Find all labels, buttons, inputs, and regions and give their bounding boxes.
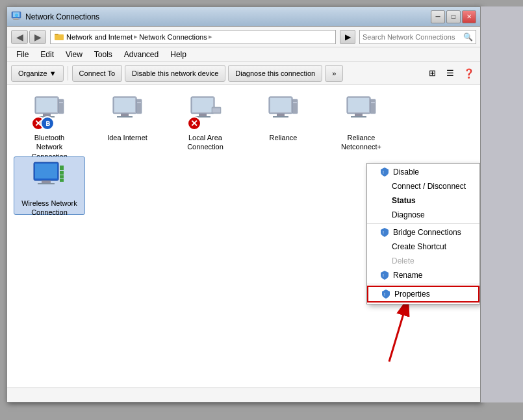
menu-file[interactable]: File	[11, 49, 34, 60]
ctx-status[interactable]: Status	[367, 193, 479, 208]
view-icon-btn[interactable]: ⊞	[424, 66, 440, 81]
computer-svg-reliance	[265, 94, 301, 130]
search-box[interactable]: 🔍	[359, 30, 476, 44]
more-button[interactable]: »	[325, 65, 343, 82]
ctx-shortcut[interactable]: Create Shortcut	[367, 240, 479, 254]
svg-rect-41	[60, 179, 64, 182]
svg-text:🌐: 🌐	[15, 14, 18, 17]
context-menu: ! Disable Connect / Disconnect Status Di…	[366, 163, 480, 304]
back-button[interactable]: ◀	[11, 30, 28, 44]
maximize-button[interactable]: □	[446, 10, 461, 23]
sidebar-right	[481, 6, 523, 402]
svg-rect-12	[59, 102, 63, 103]
computer-svg-idea	[109, 94, 146, 130]
menu-bar: File Edit View Tools Advanced Help	[7, 47, 480, 62]
menu-advanced[interactable]: Advanced	[119, 49, 164, 60]
ctx-status-spacer	[380, 196, 388, 205]
address-field[interactable]: Network and Internet ▸ Network Connectio…	[50, 30, 336, 44]
ctx-delete-spacer	[380, 256, 388, 266]
ctx-status-label: Status	[392, 196, 416, 205]
search-input[interactable]	[363, 33, 461, 41]
window-nav-icon: 🌐	[11, 10, 21, 23]
svg-rect-34	[351, 116, 366, 117]
bluetooth-icon-img: ✕ ʙ	[31, 94, 68, 130]
ctx-bridge[interactable]: ! Bridge Connections	[367, 225, 479, 240]
svg-rect-27	[277, 114, 285, 116]
window-title: Network Connections	[25, 12, 99, 21]
svg-rect-40	[38, 183, 55, 184]
ctx-diagnose[interactable]: Diagnose	[367, 208, 479, 222]
svg-rect-18	[137, 102, 141, 103]
view-list-btn[interactable]: ☰	[442, 66, 458, 81]
svg-rect-32	[348, 98, 369, 112]
svg-rect-42	[60, 175, 64, 179]
svg-rect-38	[35, 164, 57, 179]
svg-rect-26	[270, 98, 291, 112]
ctx-diagnose-label: Diagnose	[392, 210, 425, 219]
svg-rect-11	[58, 99, 64, 114]
local-icon-label: Local AreaConnection	[187, 133, 223, 152]
ctx-delete: Delete	[367, 254, 479, 268]
svg-rect-33	[355, 114, 363, 116]
ctx-properties-label: Properties	[394, 290, 430, 299]
menu-edit[interactable]: Edit	[35, 49, 59, 60]
shield-icon-disable: !	[380, 167, 389, 177]
network-icon-bluetooth[interactable]: ✕ ʙ BluetoothNetworkConnection	[14, 92, 85, 150]
svg-rect-16	[117, 116, 133, 117]
svg-rect-28	[273, 116, 288, 117]
local-x-badge: ✕	[187, 116, 201, 130]
idea-icon-img	[109, 94, 146, 130]
svg-rect-30	[293, 102, 297, 103]
ctx-delete-label: Delete	[392, 256, 415, 266]
idea-icon-label: Idea Internet	[107, 133, 147, 142]
network-icon-wireless[interactable]: Wireless NetworkConnection	[14, 156, 85, 215]
svg-text:!: !	[383, 230, 384, 235]
toolbar: Organize ▼ Connect To Disable this netwo…	[7, 62, 480, 85]
svg-rect-35	[370, 99, 376, 114]
address-bar: ◀ ▶ Network and Internet ▸ Network Conne…	[7, 27, 480, 47]
title-bar-left: 🌐 Network Connections	[11, 10, 99, 23]
connect-to-button[interactable]: Connect To	[72, 65, 122, 82]
network-icon-reliance[interactable]: Reliance	[248, 92, 319, 150]
svg-text:!: !	[384, 292, 385, 297]
svg-rect-24	[212, 108, 220, 112]
menu-help[interactable]: Help	[165, 49, 192, 60]
network-icon-reliance-netconnect[interactable]: RelianceNetconnect+	[325, 92, 397, 150]
svg-rect-43	[60, 171, 64, 175]
ctx-connect[interactable]: Connect / Disconnect	[367, 179, 479, 193]
ctx-disable[interactable]: ! Disable	[367, 165, 479, 179]
close-button[interactable]: ✕	[462, 10, 476, 23]
svg-rect-14	[114, 98, 135, 112]
nav-buttons: ◀ ▶	[11, 30, 46, 44]
svg-rect-21	[199, 114, 207, 116]
shield-icon-rename: !	[380, 271, 389, 280]
disable-button[interactable]: Disable this network device	[125, 65, 225, 82]
address-path: Network and Internet ▸ Network Connectio…	[66, 32, 212, 41]
svg-rect-44	[60, 166, 64, 170]
network-icon-local[interactable]: ✕ Local AreaConnection	[170, 92, 241, 150]
menu-tools[interactable]: Tools	[89, 49, 118, 60]
wireless-icon-label: Wireless NetworkConnection	[21, 199, 77, 217]
ctx-divider-1	[367, 223, 479, 224]
svg-rect-5	[55, 34, 64, 40]
network-icon-idea[interactable]: Idea Internet	[92, 92, 163, 150]
forward-button[interactable]: ▶	[29, 30, 46, 44]
go-button[interactable]: ▶	[340, 30, 355, 44]
ctx-rename[interactable]: ! Rename	[367, 268, 479, 282]
ctx-properties[interactable]: ! Properties	[367, 286, 479, 303]
svg-rect-2	[14, 18, 18, 19]
svg-rect-17	[136, 99, 142, 114]
toolbar-divider-1	[68, 66, 68, 80]
help-btn[interactable]: ❓	[461, 66, 476, 81]
diagnose-button[interactable]: Diagnose this connection	[228, 65, 322, 82]
toolbar-right: ⊞ ☰ ❓	[424, 66, 476, 81]
svg-rect-39	[42, 180, 51, 183]
search-icon: 🔍	[463, 32, 473, 42]
shield-icon-bridge: !	[380, 228, 389, 237]
menu-view[interactable]: View	[60, 49, 88, 60]
organize-button[interactable]: Organize ▼	[11, 65, 64, 82]
minimize-button[interactable]: ─	[431, 10, 445, 23]
svg-rect-6	[55, 34, 58, 35]
ctx-diagnose-spacer	[380, 210, 388, 219]
local-icon-img: ✕	[187, 94, 223, 130]
